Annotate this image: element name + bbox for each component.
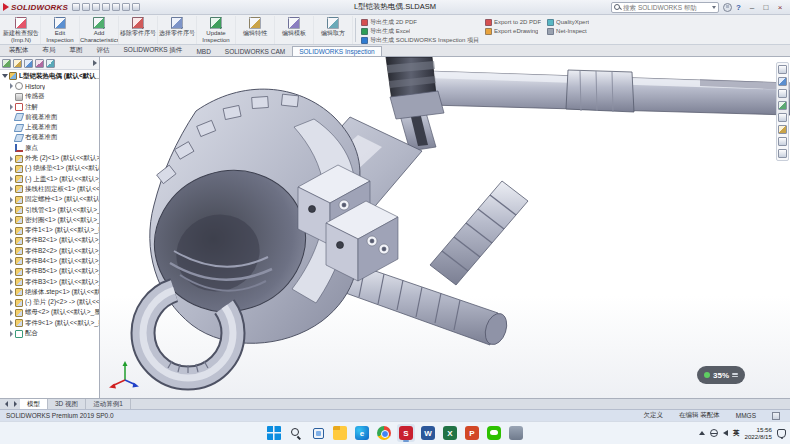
- maximize-button[interactable]: □: [759, 1, 773, 14]
- tree-item-annotations[interactable]: 注解: [0, 102, 99, 112]
- tab-solidworks-addins[interactable]: SOLIDWORKS 插件: [117, 44, 190, 56]
- view-orientation-icon[interactable]: [778, 89, 787, 98]
- export-excel-cn-button[interactable]: 导出生成 Excel: [361, 27, 479, 35]
- tree-item-component[interactable]: 引线管<1> (默认<<默认>_显示状态 1>): [0, 205, 99, 215]
- tree-item-front-plane[interactable]: 前视基准面: [0, 112, 99, 122]
- help-icon[interactable]: ?: [736, 3, 741, 12]
- 3d-model-view[interactable]: [100, 57, 790, 398]
- view-settings-icon[interactable]: [778, 149, 787, 158]
- tree-item-mates[interactable]: 配合: [0, 328, 99, 338]
- armored-sheath-tube[interactable]: [426, 70, 790, 115]
- taskbar-file-explorer-button[interactable]: [331, 424, 349, 442]
- tab-solidworks-cam[interactable]: SOLIDWORKS CAM: [218, 46, 292, 56]
- edit-template-button[interactable]: 编辑模板: [275, 16, 314, 44]
- taskbar-powerpoint-button[interactable]: P: [463, 424, 481, 442]
- tab-model[interactable]: 模型: [20, 399, 48, 409]
- new-file-icon[interactable]: [72, 3, 80, 11]
- tree-item-component[interactable]: (-) 垫片 (2)<2> -> (默认<<默认>_显示状态 1>): [0, 298, 99, 308]
- qualityxpert-button[interactable]: QualityXpert: [547, 18, 589, 26]
- tree-item-top-plane[interactable]: 上视基准面: [0, 122, 99, 132]
- taskbar-solidworks-button[interactable]: S: [397, 424, 415, 442]
- collapse-arrow-icon[interactable]: [2, 74, 8, 78]
- tree-item-component[interactable]: (-) 上盖<1> (默认<<默认>_显示状态 1>): [0, 174, 99, 184]
- expand-arrow-icon[interactable]: [8, 156, 14, 162]
- taskbar-settings-button[interactable]: [507, 424, 525, 442]
- new-inspection-project-button[interactable]: 新建检查报告(Imp.N): [2, 16, 41, 44]
- custom-toolbar-icon[interactable]: [772, 412, 780, 420]
- finned-section[interactable]: [430, 181, 528, 285]
- display-style-icon[interactable]: [778, 101, 787, 110]
- taskbar-task-view-button[interactable]: [309, 424, 327, 442]
- add-characteristics-button[interactable]: Add Characteristics: [80, 16, 119, 44]
- hide-show-items-icon[interactable]: [778, 113, 787, 122]
- close-button[interactable]: ×: [773, 1, 787, 14]
- solidworks-logo[interactable]: SOLIDWORKS: [3, 3, 68, 12]
- units-selector[interactable]: MMGS: [736, 412, 756, 419]
- search-dropdown-icon[interactable]: [712, 6, 716, 9]
- help-search-box[interactable]: [611, 2, 719, 13]
- expand-arrow-icon[interactable]: [8, 217, 14, 223]
- displaymanager-icon[interactable]: [46, 59, 55, 68]
- expand-arrow-icon[interactable]: [8, 197, 14, 203]
- export-2d-pdf-cn-button[interactable]: 导出生成 2D PDF: [361, 18, 479, 26]
- tree-item-sensors[interactable]: 传感器: [0, 92, 99, 102]
- expand-arrow-icon[interactable]: [8, 269, 14, 275]
- edit-capture-button[interactable]: 编辑取方: [314, 16, 353, 44]
- tab-mbd[interactable]: MBD: [189, 46, 217, 56]
- sign-in-icon[interactable]: [723, 3, 732, 12]
- expand-arrow-icon[interactable]: [8, 176, 14, 182]
- tree-item-component[interactable]: 零件B3<1> (默认<<默认>_显示状态 1>): [0, 277, 99, 287]
- tree-item-origin[interactable]: 原点: [0, 143, 99, 153]
- tree-item-component[interactable]: 零件B2<1> (默认<<默认>_显示状态 1>): [0, 236, 99, 246]
- expand-arrow-icon[interactable]: [8, 186, 14, 192]
- tree-item-component[interactable]: 零件B4<1> (默认<<默认>_显示状态 1>): [0, 256, 99, 266]
- export-sw-inspection-project-button[interactable]: 导出生成 SOLIDWORKS Inspection 项目: [361, 36, 479, 44]
- rebuild-icon[interactable]: [132, 3, 140, 11]
- taskbar-word-button[interactable]: W: [419, 424, 437, 442]
- tab-scroll-right-button[interactable]: [11, 400, 20, 409]
- tab-layout[interactable]: 布局: [36, 44, 63, 56]
- input-language-indicator[interactable]: 英: [733, 429, 740, 438]
- volume-icon[interactable]: [723, 430, 728, 436]
- edit-inspection-button[interactable]: Edit Inspection: [41, 16, 80, 44]
- search-input[interactable]: [623, 4, 710, 11]
- tab-motion-study[interactable]: 运动算例1: [86, 399, 131, 409]
- taskbar-chrome-button[interactable]: [375, 424, 393, 442]
- taskbar-search-button[interactable]: [287, 424, 305, 442]
- expand-arrow-icon[interactable]: [8, 248, 14, 254]
- expand-arrow-icon[interactable]: [8, 238, 14, 244]
- expand-arrow-icon[interactable]: [8, 289, 14, 295]
- expand-arrow-icon[interactable]: [8, 320, 14, 326]
- redo-icon[interactable]: [122, 3, 130, 11]
- select-balloons-button[interactable]: 选择零件序号: [158, 16, 197, 44]
- export-edrawing-button[interactable]: Export eDrawing: [485, 27, 541, 35]
- tree-item-component[interactable]: 外壳 (2)<1> (默认<<默认>_显示状态 1>): [0, 153, 99, 163]
- minimize-button[interactable]: –: [745, 1, 759, 14]
- dimxpertmanager-icon[interactable]: [35, 59, 44, 68]
- expand-arrow-icon[interactable]: [8, 166, 14, 172]
- graphics-viewport[interactable]: 35%: [100, 57, 790, 398]
- save-icon[interactable]: [92, 3, 100, 11]
- edit-characteristics-button[interactable]: 编辑特性: [236, 16, 275, 44]
- edit-appearance-icon[interactable]: [778, 125, 787, 134]
- expand-arrow-icon[interactable]: [8, 258, 14, 264]
- featuremanager-tree-icon[interactable]: [2, 59, 11, 68]
- tree-item-component[interactable]: 零件9<1> (默认<<默认>_显示状态 1>): [0, 318, 99, 328]
- expand-arrow-icon[interactable]: [8, 104, 14, 110]
- expand-arrow-icon[interactable]: [8, 83, 14, 89]
- taskbar-edge-button[interactable]: e: [353, 424, 371, 442]
- propertymanager-icon[interactable]: [13, 59, 22, 68]
- clock[interactable]: 15:56 2022/8/15: [744, 426, 772, 440]
- zoom-fit-icon[interactable]: [778, 65, 787, 74]
- tray-overflow-icon[interactable]: [699, 431, 705, 435]
- tree-item-assembly-root[interactable]: L型铠装热电偶 (默认<默认_显示状态-1>): [0, 71, 99, 81]
- net-inspect-button[interactable]: Net-Inspect: [547, 27, 589, 35]
- undo-icon[interactable]: [112, 3, 120, 11]
- print-icon[interactable]: [102, 3, 110, 11]
- tree-item-history[interactable]: History: [0, 81, 99, 91]
- tab-3d-views[interactable]: 3D 视图: [48, 399, 86, 409]
- expand-arrow-icon[interactable]: [8, 310, 14, 316]
- open-file-icon[interactable]: [82, 3, 90, 11]
- tree-item-component[interactable]: 零件B2<2> (默认<<默认>_显示状态 1>): [0, 246, 99, 256]
- tree-item-component[interactable]: 绝缘体.step<1> (默认<<默认>_显示状态 1>): [0, 287, 99, 297]
